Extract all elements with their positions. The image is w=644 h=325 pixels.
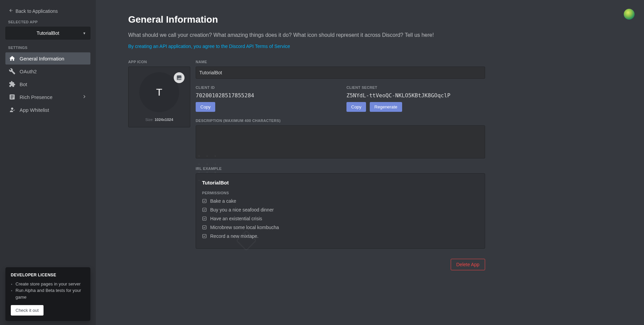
- copy-client-id-button[interactable]: Copy: [196, 102, 215, 112]
- developer-license-promo: DEVELOPER LICENSE Create store pages in …: [5, 267, 90, 321]
- client-id-value: 702001028517855284: [196, 92, 334, 99]
- main-content: General Information What should we call …: [96, 0, 644, 325]
- irl-example-label: IRL EXAMPLE: [196, 167, 485, 171]
- svg-rect-4: [203, 234, 206, 238]
- nav-oauth2[interactable]: OAuth2: [5, 65, 90, 77]
- nav-app-whitelist[interactable]: App Whitelist: [5, 104, 90, 116]
- svg-rect-0: [203, 199, 206, 203]
- permission-item: Buy you a nice seafood dinner: [202, 207, 479, 212]
- arrow-left-icon: [9, 8, 13, 14]
- permission-item: Microbrew some local kombucha: [202, 225, 479, 230]
- check-icon: [202, 207, 207, 212]
- name-label: NAME: [196, 60, 485, 64]
- check-icon: [202, 199, 207, 203]
- nav-label: General Information: [20, 56, 64, 61]
- nav-label: Rich Presence: [20, 94, 53, 100]
- permissions-label: PERMISSIONS: [202, 191, 479, 195]
- promo-title: DEVELOPER LICENSE: [11, 273, 85, 277]
- app-selector-dropdown[interactable]: TutorialBot ▼: [5, 27, 90, 40]
- nav-general-information[interactable]: General Information: [5, 52, 90, 65]
- permission-item: Bake a cake: [202, 198, 479, 204]
- chevron-down-icon: ▼: [83, 31, 86, 35]
- puzzle-icon: [9, 81, 16, 88]
- back-label: Back to Applications: [16, 8, 58, 14]
- permission-item: Record a new mixtape.: [202, 233, 479, 239]
- svg-rect-1: [203, 208, 206, 212]
- nav-label: Bot: [20, 81, 27, 87]
- page-title: General Information: [128, 14, 485, 25]
- back-to-applications-link[interactable]: Back to Applications: [5, 5, 90, 17]
- check-it-out-button[interactable]: Check it out: [11, 305, 44, 316]
- app-icon-placeholder: T: [139, 72, 179, 112]
- nav-label: OAuth2: [20, 69, 37, 74]
- tos-link[interactable]: By creating an API application, you agre…: [128, 44, 290, 49]
- nav-rich-presence[interactable]: Rich Presence: [5, 91, 90, 103]
- home-icon: [9, 55, 16, 62]
- nav-bot[interactable]: Bot: [5, 78, 90, 90]
- chevron-right-icon: [82, 94, 87, 100]
- copy-client-secret-button[interactable]: Copy: [346, 102, 366, 112]
- sidebar: Back to Applications SELECTED APP Tutori…: [0, 0, 96, 325]
- client-id-label: CLIENT ID: [196, 85, 334, 90]
- name-input[interactable]: [196, 67, 485, 79]
- delete-app-button[interactable]: Delete App: [451, 259, 485, 270]
- permission-item: Have an existential crisis: [202, 216, 479, 221]
- wrench-icon: [9, 68, 16, 75]
- selected-app-section-label: SELECTED APP: [8, 20, 88, 24]
- irl-example-box: TutorialBot PERMISSIONS Bake a cake Buy …: [196, 173, 485, 249]
- settings-section-label: SETTINGS: [8, 46, 88, 50]
- document-icon: [9, 94, 16, 100]
- promo-bullets: Create store pages in your server Run Al…: [16, 281, 85, 301]
- selected-app-name: TutorialBot: [36, 30, 59, 36]
- icon-size-hint: Size: 1024x1024: [145, 118, 173, 122]
- app-icon-uploader[interactable]: T Size: 1024x1024: [128, 67, 190, 127]
- upload-image-icon: [174, 72, 185, 83]
- client-secret-label: CLIENT SECRET: [346, 85, 485, 90]
- promo-bullet: Create store pages in your server: [16, 281, 85, 288]
- check-icon: [202, 225, 207, 230]
- svg-rect-2: [203, 217, 206, 221]
- user-avatar[interactable]: [624, 9, 635, 20]
- promo-bullet: Run Alpha and Beta tests for your game: [16, 287, 85, 300]
- regenerate-secret-button[interactable]: Regenerate: [370, 102, 402, 112]
- nav-label: App Whitelist: [20, 107, 49, 113]
- irl-example-title: TutorialBot: [202, 180, 479, 185]
- description-textarea[interactable]: [196, 125, 485, 158]
- page-subtitle: What should we call your creation? What …: [128, 31, 485, 39]
- icon-letter: T: [156, 86, 162, 98]
- description-label: DESCRIPTION (MAXIMUM 400 CHARACTERS): [196, 119, 485, 123]
- client-secret-value: Z5NYdL-ttVeoQC-NKLO5KBtJK8GOqclP: [346, 92, 485, 99]
- app-icon-label: APP ICON: [128, 60, 190, 64]
- svg-rect-3: [203, 226, 206, 229]
- check-icon: [202, 234, 207, 239]
- user-check-icon: [9, 106, 16, 113]
- check-icon: [202, 216, 207, 221]
